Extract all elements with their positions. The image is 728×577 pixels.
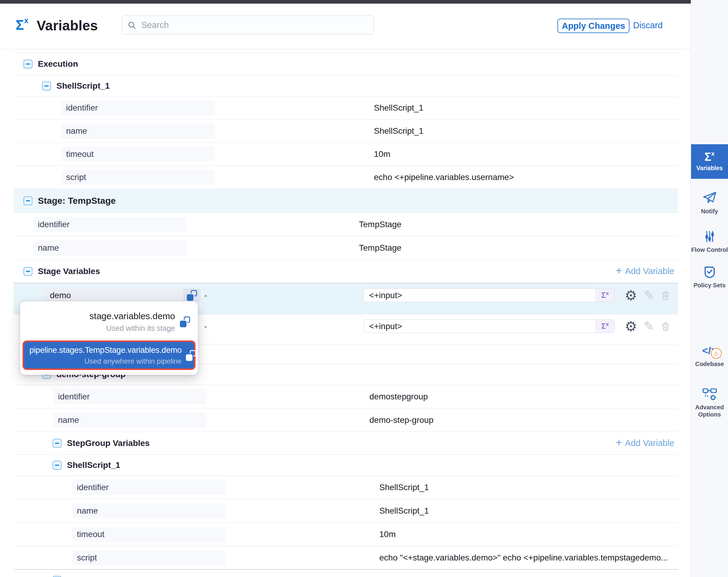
expression-popup: stage.variables.demo Used within its sta… bbox=[20, 301, 198, 375]
search-input[interactable] bbox=[140, 20, 368, 30]
field-value: TempStage bbox=[359, 220, 676, 229]
edit-pencil-icon[interactable]: ✎ bbox=[644, 320, 654, 333]
delete-trash-icon[interactable] bbox=[660, 288, 671, 302]
field-key: script bbox=[61, 170, 214, 185]
rail-tab-variables[interactable]: Σx Variables bbox=[691, 144, 728, 179]
expression-option-stage-scope[interactable]: stage.variables.demo Used within its sta… bbox=[20, 306, 198, 337]
expression-sigma-icon[interactable]: Σx bbox=[596, 289, 614, 302]
apply-changes-button[interactable]: Apply Changes bbox=[557, 19, 629, 33]
tree-row-stage-variables[interactable]: Stage Variables + Add Variable bbox=[14, 259, 678, 283]
field-value: 10m bbox=[374, 149, 676, 159]
field-value: ShellScript_1 bbox=[379, 483, 676, 492]
rail-tab-notify[interactable]: Notify bbox=[691, 191, 728, 215]
rail-tab-policy-sets[interactable]: Policy Sets bbox=[691, 265, 728, 289]
kv-row-identifier: identifier ShellScript_1 bbox=[14, 475, 678, 499]
add-variable-button[interactable]: + Add Variable bbox=[616, 438, 678, 449]
tree-row-shellscript1-nested[interactable]: ShellScript_1 bbox=[14, 454, 678, 475]
expression-text: stage.variables.demo bbox=[89, 311, 175, 321]
collapse-icon[interactable] bbox=[42, 81, 51, 91]
variables-panel: Σx Variables Apply Changes Discard Execu… bbox=[0, 4, 691, 577]
collapse-icon[interactable] bbox=[53, 461, 61, 470]
expression-text: pipeline.stages.TempStage.variables.demo bbox=[29, 346, 182, 355]
expression-scope: Used anywhere within pipeline bbox=[29, 357, 182, 366]
field-key: identifier bbox=[53, 389, 206, 404]
collapse-icon[interactable] bbox=[23, 196, 32, 205]
tree-label: StepGroup Variables bbox=[67, 438, 150, 448]
rail-tab-codebase[interactable]: </> ⚠ Codebase bbox=[691, 343, 728, 368]
copy-icon bbox=[187, 290, 197, 301]
kv-row-identifier: identifier demostepgroup bbox=[14, 385, 678, 408]
settings-gear-icon[interactable]: ⚙ bbox=[625, 288, 637, 302]
discard-button[interactable]: Discard bbox=[633, 20, 662, 30]
collapse-icon[interactable] bbox=[53, 439, 61, 448]
kv-row-script: script echo "<+stage.variables.demo>" ec… bbox=[14, 546, 678, 569]
page-title: Variables bbox=[37, 18, 98, 34]
expression-sigma-icon[interactable]: Σx bbox=[596, 320, 614, 333]
field-key: timeout bbox=[72, 527, 225, 542]
field-key: name bbox=[61, 124, 214, 139]
collapse-icon[interactable] bbox=[23, 267, 32, 276]
copy-icon[interactable] bbox=[180, 317, 190, 327]
kv-row-timeout: timeout 10m bbox=[14, 522, 678, 546]
field-key: script bbox=[72, 550, 225, 565]
field-value: ShellScript_1 bbox=[379, 506, 676, 516]
add-variable-button[interactable]: + Add Variable bbox=[616, 266, 678, 277]
field-key: identifier bbox=[61, 100, 214, 116]
kv-row-name: name demo-step-group bbox=[14, 408, 678, 431]
paper-plane-icon bbox=[702, 191, 717, 205]
kv-row-identifier: identifier TempStage bbox=[14, 212, 678, 236]
delete-trash-icon[interactable] bbox=[660, 320, 671, 333]
field-value: demo-step-group bbox=[369, 415, 676, 425]
flowchart-gear-icon bbox=[702, 388, 717, 401]
search-box[interactable] bbox=[122, 16, 374, 34]
tree-row-stage-tempstage[interactable]: Stage: TempStage bbox=[14, 189, 678, 212]
kv-row-name: name ShellScript_1 bbox=[14, 499, 678, 522]
kv-row-identifier: identifier ShellScript_1 bbox=[14, 96, 678, 119]
field-value: ShellScript_1 bbox=[374, 103, 676, 113]
tree-row-partial[interactable] bbox=[14, 569, 678, 577]
variables-sigma-icon: Σx bbox=[16, 17, 28, 33]
field-key: timeout bbox=[61, 147, 214, 162]
field-key: name bbox=[72, 503, 225, 519]
variable-type: - bbox=[204, 320, 207, 333]
field-key: identifier bbox=[33, 217, 186, 232]
rail-tab-advanced-options[interactable]: Advanced Options bbox=[691, 388, 728, 418]
kv-row-name: name ShellScript_1 bbox=[14, 119, 678, 143]
panel-header: Σx Variables Apply Changes Discard bbox=[0, 4, 691, 49]
search-icon bbox=[127, 20, 136, 30]
expression-scope: Used within its stage bbox=[89, 324, 175, 333]
copy-icon[interactable] bbox=[186, 350, 196, 361]
tree-label: ShellScript_1 bbox=[56, 81, 110, 91]
variable-value-input[interactable]: <+input> Σx bbox=[363, 320, 615, 333]
variables-sigma-icon: Σx bbox=[705, 151, 715, 162]
plus-icon: + bbox=[616, 266, 622, 276]
top-bar bbox=[0, 0, 691, 4]
tree-row-stepgroup-variables[interactable]: StepGroup Variables + Add Variable bbox=[14, 431, 678, 454]
tree-label: Stage: TempStage bbox=[38, 196, 116, 206]
field-value: ShellScript_1 bbox=[374, 126, 676, 136]
tree-label: ShellScript_1 bbox=[67, 460, 120, 470]
tree-row-execution[interactable]: Execution bbox=[14, 52, 678, 75]
collapse-icon[interactable] bbox=[53, 576, 61, 577]
field-key: identifier bbox=[72, 480, 225, 495]
tree-label: Execution bbox=[38, 59, 78, 69]
variable-value-input[interactable]: <+input> Σx bbox=[363, 288, 615, 302]
settings-gear-icon[interactable]: ⚙ bbox=[625, 320, 637, 333]
field-key: name bbox=[33, 241, 186, 255]
variable-type: - bbox=[204, 288, 207, 302]
kv-row-timeout: timeout 10m bbox=[14, 143, 678, 166]
variable-name-field[interactable]: demo bbox=[45, 288, 201, 302]
edit-pencil-icon[interactable]: ✎ bbox=[644, 288, 654, 302]
field-key: name bbox=[53, 412, 206, 428]
field-value: 10m bbox=[379, 529, 676, 539]
kv-row-name: name TempStage bbox=[14, 236, 678, 259]
rail-tab-flow-control[interactable]: Flow Control bbox=[691, 230, 728, 253]
collapse-icon[interactable] bbox=[23, 59, 32, 69]
right-rail: Σx Variables Notify Flow Control Policy … bbox=[691, 0, 728, 577]
tree-row-shellscript1[interactable]: ShellScript_1 bbox=[14, 75, 678, 96]
copy-button[interactable] bbox=[183, 288, 201, 302]
field-value: echo <+pipeline.variables.username> bbox=[374, 173, 676, 182]
expression-option-pipeline-scope-selected[interactable]: pipeline.stages.TempStage.variables.demo… bbox=[23, 341, 196, 370]
warning-badge-icon: ⚠ bbox=[711, 348, 722, 359]
plus-icon: + bbox=[616, 437, 622, 448]
